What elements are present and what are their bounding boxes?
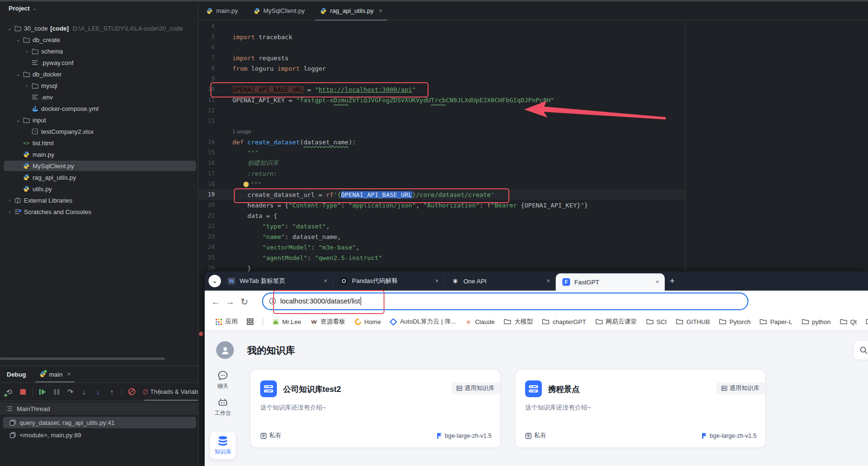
mute-breakpoints-button[interactable]: ∅ [141, 388, 150, 396]
view-breakpoints-button[interactable] [127, 388, 136, 396]
bookmark-claude[interactable]: ✳Claude [465, 318, 494, 325]
step-out-button[interactable]: ↑ [108, 388, 116, 396]
bookmark-应用[interactable]: 应用 [215, 317, 238, 326]
avatar[interactable] [216, 341, 234, 359]
line-number[interactable]: 23 [198, 233, 221, 240]
bookmark-chaptergpt[interactable]: chapterGPT [542, 318, 586, 325]
tree-item-utils.py[interactable]: utils.py [0, 183, 198, 195]
close-icon[interactable]: × [435, 278, 439, 284]
sidebar-item-聊天[interactable]: 聊天 [205, 370, 241, 390]
intention-bulb-icon[interactable] [243, 182, 249, 187]
back-button[interactable]: ← [209, 297, 223, 307]
browser-tab-fastgpt[interactable]: FFastGPT× [556, 273, 665, 291]
step-over-button[interactable]: ↷ [66, 388, 75, 396]
step-into-my-code-button[interactable]: ↓ [94, 388, 102, 396]
bookmark-qt[interactable]: Qt [840, 318, 857, 325]
bookmark-大模型[interactable]: 大模型 [504, 317, 533, 326]
bookmark-grid[interactable] [247, 318, 253, 325]
editor-tab-mysqlclient.py[interactable]: MySqlClient.py [246, 1, 313, 20]
chevron-down-icon[interactable]: ⌄ [14, 117, 22, 123]
bookmark-深度学习[interactable]: 深度学习 [866, 317, 868, 326]
tree-item-db-docker[interactable]: ⌄db_docker [0, 68, 198, 80]
tree-item-input[interactable]: ⌄input [0, 114, 198, 126]
bookmark-home[interactable]: Home [354, 318, 381, 325]
sidebar-item-工作台[interactable]: 工作台 [205, 397, 241, 417]
bookmark-mr-lee[interactable]: Mr.Lee [272, 318, 301, 325]
browser-tab-wetab-新标签页[interactable]: WWeTab 新标签页× [221, 271, 333, 291]
tree-item-scratches-and-consoles[interactable]: ›Scratches and Consoles [0, 206, 198, 217]
line-number[interactable]: 7 [198, 54, 221, 61]
step-into-button[interactable]: ↓ [80, 388, 88, 396]
chevron-down-icon[interactable]: ⌄ [14, 37, 22, 43]
close-icon[interactable]: × [656, 279, 659, 285]
line-number[interactable]: 26 [198, 265, 221, 271]
sidebar-item-知识库[interactable]: 知识库 [210, 432, 236, 459]
thread-row[interactable]: MainThread [0, 402, 198, 415]
close-icon[interactable]: × [324, 278, 327, 284]
stack-frame[interactable]: query_dataset, rag_api_utils.py:41 [0, 416, 198, 429]
debug-session-tab[interactable]: main × [35, 366, 74, 382]
stop-button[interactable] [19, 388, 27, 396]
breakpoint-dot[interactable] [199, 332, 203, 336]
close-icon[interactable]: × [547, 278, 550, 284]
tree-item-rag-api-utils.py[interactable]: rag_api_utils.py [0, 172, 198, 183]
line-number[interactable]: 14 [198, 139, 221, 145]
threads-variables-dropdown[interactable]: Threads & Variables [150, 383, 198, 401]
line-number[interactable]: 4 [198, 23, 221, 30]
chevron-right-icon[interactable]: › [23, 83, 31, 88]
rerun-button[interactable]: ⟲ [5, 388, 13, 396]
chevron-right-icon[interactable]: › [6, 197, 13, 203]
tree-item-docker-compose.yml[interactable]: docker-compose.yml [0, 103, 198, 114]
tree-item-schema[interactable]: ›schema [0, 45, 198, 57]
tree-item-mysql[interactable]: ›mysql [0, 80, 198, 91]
dataset-card-1[interactable]: 公司知识库test2通用知识库这个知识库还没有介绍~私有bge-large-zh… [250, 369, 501, 448]
resume-button[interactable] [38, 388, 47, 396]
tree-item-main.py[interactable]: main.py [0, 149, 198, 160]
line-number[interactable]: 12 [198, 107, 221, 114]
dataset-card-2[interactable]: 携程景点通用知识库这个知识库还没有介绍~私有bge-large-zh-v1.5 [515, 369, 766, 448]
line-number[interactable]: 8 [198, 65, 221, 72]
browser-tab-one-api[interactable]: ✳One API× [445, 271, 556, 291]
bookmark-pytorch[interactable]: Pytorch [719, 318, 750, 325]
line-number[interactable]: 13 [198, 118, 221, 124]
chevron-down-icon[interactable]: ⌄ [6, 25, 13, 32]
line-number[interactable]: 11 [198, 97, 221, 103]
line-number[interactable]: 20 [198, 202, 221, 208]
line-number[interactable]: 9 [198, 76, 221, 82]
line-number[interactable]: 6 [198, 44, 221, 51]
line-number[interactable]: 25 [198, 254, 221, 261]
tree-item-.env[interactable]: .env [0, 91, 198, 103]
line-number[interactable]: 24 [198, 244, 221, 250]
tree-item-30-code[interactable]: ⌄30_code[code]D:\A_LEE_STUDY\L4\L4-code\… [0, 22, 198, 34]
close-icon[interactable]: × [67, 371, 71, 378]
close-icon[interactable]: × [379, 8, 382, 14]
forward-button[interactable]: → [223, 297, 237, 307]
bookmark-paper-l[interactable]: Paper-L [759, 318, 792, 325]
search-button[interactable] [854, 341, 868, 359]
chevron-right-icon[interactable]: › [23, 48, 31, 54]
tree-item-list.html[interactable]: <>list.html [0, 137, 198, 149]
usage-count-label[interactable]: 1 usage [221, 129, 251, 134]
line-number[interactable]: 5 [198, 33, 221, 40]
tree-item-external-libraries[interactable]: ›External Libraries [0, 195, 198, 206]
bookmark-github[interactable]: GITHUB [676, 318, 710, 325]
tab-search-chevron-button[interactable]: ⌄ [209, 275, 221, 287]
bookmark-sci[interactable]: SCI [646, 318, 667, 325]
new-tab-button[interactable]: + [670, 276, 675, 286]
pause-button[interactable] [52, 388, 61, 396]
line-number[interactable]: 19 [198, 191, 221, 198]
line-number[interactable]: 22 [198, 223, 221, 229]
line-number[interactable]: 15 [198, 149, 221, 156]
line-number[interactable]: 18 [198, 181, 221, 187]
bookmark-网易云课堂[interactable]: 网易云课堂 [595, 317, 637, 326]
chevron-down-icon[interactable]: ⌄ [14, 71, 22, 77]
line-number[interactable]: 21 [198, 212, 221, 219]
tree-item-testcompany2.xlsx[interactable]: ?testCompany2.xlsx [0, 126, 198, 137]
bookmark-autodl算力云-弹-[interactable]: AutoDL算力云 | 弹... [390, 317, 456, 326]
line-number[interactable]: 17 [198, 170, 221, 177]
bookmark-资源看板[interactable]: ₩资源看板 [310, 317, 345, 326]
bookmark-python[interactable]: python [802, 318, 831, 325]
project-panel-title[interactable]: Project ⌄ [9, 5, 36, 12]
line-number[interactable]: 16 [198, 160, 221, 166]
editor-tab-rag_api_utils.py[interactable]: rag_api_utils.py× [312, 1, 390, 20]
